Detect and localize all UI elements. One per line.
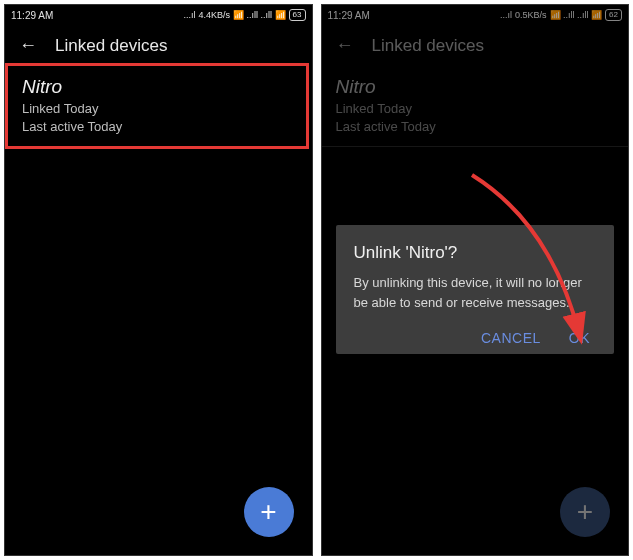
dialog-title: Unlink 'Nitro'?: [354, 243, 597, 263]
fab-add[interactable]: +: [244, 487, 294, 537]
unlink-dialog: Unlink 'Nitro'? By unlinking this device…: [336, 225, 615, 354]
cancel-button[interactable]: CANCEL: [481, 330, 541, 346]
dialog-message: By unlinking this device, it will no lon…: [354, 273, 597, 312]
header: ← Linked devices: [5, 25, 312, 66]
status-battery: 63: [289, 9, 306, 21]
statusbar: 11:29 AM ...ıl 4.4KB/s 📶 ..ıll ..ıll 📶 6…: [5, 5, 312, 25]
dialog-actions: CANCEL OK: [354, 330, 597, 346]
device-linked: Linked Today: [22, 100, 292, 118]
device-item[interactable]: Nitro Linked Today Last active Today: [5, 63, 309, 149]
phone-right: 11:29 AM ...ıl 0.5KB/s 📶 ..ıll ..ıll 📶 6…: [321, 4, 630, 556]
status-time: 11:29 AM: [11, 10, 53, 21]
back-icon[interactable]: ←: [19, 35, 37, 56]
device-active: Last active Today: [22, 118, 292, 136]
plus-icon: +: [260, 496, 276, 528]
ok-button[interactable]: OK: [569, 330, 590, 346]
device-name: Nitro: [22, 76, 292, 98]
phone-left: 11:29 AM ...ıl 4.4KB/s 📶 ..ıll ..ıll 📶 6…: [4, 4, 313, 556]
status-net: 4.4KB/s: [199, 10, 231, 20]
page-title: Linked devices: [55, 36, 167, 56]
status-right: ...ıl 4.4KB/s 📶 ..ıll ..ıll 📶 63: [184, 9, 306, 21]
